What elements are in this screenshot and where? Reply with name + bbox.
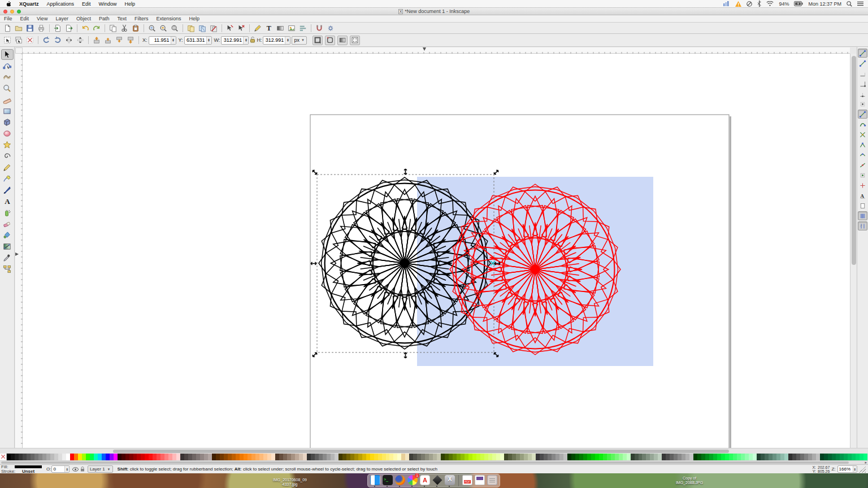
palette-swatch[interactable] xyxy=(745,454,749,460)
snap-grid-toggle[interactable] xyxy=(858,211,867,220)
palette-swatch[interactable] xyxy=(820,454,824,460)
tool-connector[interactable] xyxy=(1,264,14,274)
palette-swatch[interactable] xyxy=(405,454,409,460)
transform-stroke-toggle[interactable] xyxy=(313,36,323,45)
palette-swatch[interactable] xyxy=(848,454,852,460)
opacity-control[interactable]: O: ▲▼ xyxy=(46,465,70,473)
bluetooth-icon[interactable] xyxy=(757,1,761,7)
palette-swatch[interactable] xyxy=(307,454,311,460)
palette-swatch[interactable] xyxy=(713,454,717,460)
palette-swatch[interactable] xyxy=(587,454,591,460)
palette-swatch[interactable] xyxy=(168,454,172,460)
palette-swatch[interactable] xyxy=(832,454,836,460)
palette-swatch[interactable] xyxy=(129,454,133,460)
transform-pattern-toggle[interactable] xyxy=(350,36,360,45)
palette-swatch[interactable] xyxy=(323,454,327,460)
palette-swatch[interactable] xyxy=(465,454,468,460)
palette-swatch[interactable] xyxy=(319,454,323,460)
palette-swatch[interactable] xyxy=(149,454,153,460)
palette-scrollbar-thumb[interactable] xyxy=(1,461,849,464)
battery-icon[interactable] xyxy=(794,1,803,6)
palette-swatch[interactable] xyxy=(291,454,295,460)
dock-firefox-icon[interactable] xyxy=(395,475,405,485)
vertical-scrollbar-thumb[interactable] xyxy=(852,56,856,265)
palette-swatch[interactable] xyxy=(287,454,291,460)
inkscape-menu-text[interactable]: Text xyxy=(113,16,131,21)
inkscape-menu-file[interactable]: File xyxy=(0,16,16,21)
palette-swatch[interactable] xyxy=(188,454,192,460)
palette-swatch[interactable] xyxy=(425,454,429,460)
palette-swatch[interactable] xyxy=(133,454,137,460)
y-input[interactable] xyxy=(185,37,206,43)
snap-rotation-centers-toggle[interactable] xyxy=(858,181,867,190)
palette-swatch[interactable] xyxy=(342,454,346,460)
palette-swatch[interactable] xyxy=(153,454,157,460)
palette-swatch[interactable] xyxy=(389,454,393,460)
palette-swatch[interactable] xyxy=(327,454,331,460)
palette-swatch[interactable] xyxy=(251,454,255,460)
palette-swatch[interactable] xyxy=(409,454,413,460)
palette-swatch[interactable] xyxy=(441,454,445,460)
palette-swatch[interactable] xyxy=(757,454,761,460)
spotlight-icon[interactable] xyxy=(847,1,852,7)
palette-swatch[interactable] xyxy=(78,454,82,460)
print-button[interactable] xyxy=(36,23,46,33)
palette-swatch[interactable] xyxy=(417,454,421,460)
palette-swatch[interactable] xyxy=(31,454,34,460)
palette-swatch[interactable] xyxy=(145,454,149,460)
palette-swatch[interactable] xyxy=(445,454,449,460)
macos-menu-applications[interactable]: Applications xyxy=(47,1,75,7)
palette-swatch[interactable] xyxy=(591,454,595,460)
tool-spray[interactable] xyxy=(1,207,14,218)
snap-guides-toggle[interactable] xyxy=(858,221,867,230)
palette-swatch[interactable] xyxy=(555,454,559,460)
palette-swatch[interactable] xyxy=(563,454,567,460)
palette-swatch[interactable] xyxy=(639,454,643,460)
palette-swatch[interactable] xyxy=(693,454,697,460)
clone-button[interactable] xyxy=(197,23,207,33)
palette-swatch[interactable] xyxy=(98,454,102,460)
palette-swatch[interactable] xyxy=(484,454,488,460)
palette-swatch[interactable] xyxy=(725,454,729,460)
tool-bezier-pen[interactable] xyxy=(1,173,14,184)
palette-swatch[interactable] xyxy=(615,454,619,460)
tool-paint-bucket[interactable] xyxy=(1,230,14,241)
fill-swatch[interactable] xyxy=(15,465,42,468)
tool-box-3d[interactable] xyxy=(1,117,14,128)
palette-swatch[interactable] xyxy=(516,454,520,460)
palette-swatch[interactable] xyxy=(457,454,461,460)
palette-swatch[interactable] xyxy=(705,454,709,460)
tool-dropper[interactable] xyxy=(1,252,14,263)
palette-swatch[interactable] xyxy=(228,454,232,460)
palette-swatch[interactable] xyxy=(335,454,338,460)
snap-bbox-centers-toggle[interactable] xyxy=(858,99,867,108)
palette-swatch[interactable] xyxy=(311,454,315,460)
inkscape-menu-layer[interactable]: Layer xyxy=(51,16,72,21)
palette-swatch[interactable] xyxy=(350,454,354,460)
snap-bbox-toggle[interactable] xyxy=(858,59,867,68)
x-input[interactable] xyxy=(149,37,171,43)
image-dialog-button[interactable] xyxy=(287,23,297,33)
palette-swatch[interactable] xyxy=(358,454,362,460)
lower-button[interactable] xyxy=(114,36,124,45)
palette-swatch[interactable] xyxy=(315,454,319,460)
palette-swatch[interactable] xyxy=(110,454,114,460)
palette-swatch[interactable] xyxy=(453,454,457,460)
palette-swatch[interactable] xyxy=(662,454,666,460)
macos-menu-help[interactable]: Help xyxy=(125,1,136,7)
transform-corners-toggle[interactable] xyxy=(325,36,335,45)
palette-swatch[interactable] xyxy=(729,454,733,460)
snap-cusp-nodes-toggle[interactable] xyxy=(858,140,867,149)
new-document-button[interactable] xyxy=(2,23,12,33)
macos-menu-window[interactable]: Window xyxy=(99,1,117,7)
tool-eraser[interactable] xyxy=(1,219,14,229)
tool-text[interactable]: A xyxy=(1,196,14,207)
tool-selection[interactable] xyxy=(1,49,14,60)
palette-swatch[interactable] xyxy=(23,454,27,460)
palette-swatch[interactable] xyxy=(500,454,504,460)
vertical-ruler[interactable] xyxy=(15,54,23,448)
palette-swatch[interactable] xyxy=(856,454,860,460)
palette-swatch[interactable] xyxy=(263,454,267,460)
palette-swatch[interactable] xyxy=(279,454,283,460)
palette-swatch[interactable] xyxy=(370,454,374,460)
